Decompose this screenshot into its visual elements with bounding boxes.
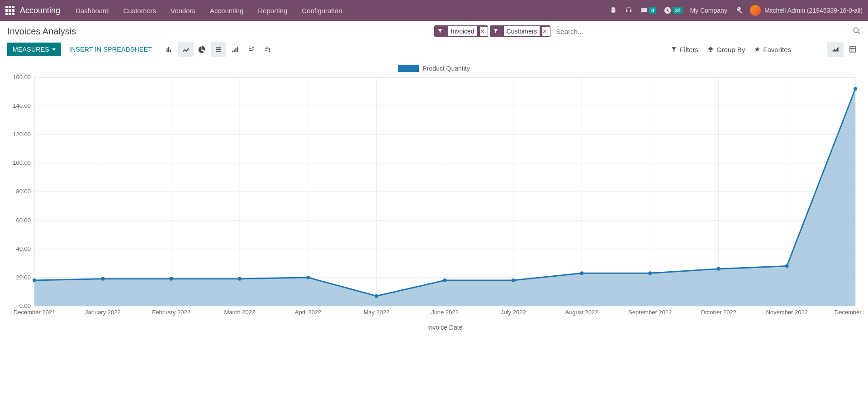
app-brand[interactable]: Accounting bbox=[20, 6, 60, 15]
nav-configuration[interactable]: Configuration bbox=[295, 0, 348, 21]
svg-point-46 bbox=[854, 87, 857, 91]
svg-text:100.00: 100.00 bbox=[13, 159, 31, 166]
chart: 0.0020.0040.0060.0080.00100.00120.00140.… bbox=[4, 75, 864, 333]
breadcrumb: Invoices Analysis bbox=[7, 26, 76, 37]
svg-text:January 2022: January 2022 bbox=[85, 309, 121, 316]
svg-text:80.00: 80.00 bbox=[16, 188, 31, 195]
measures-button[interactable]: MEASURES bbox=[7, 43, 61, 56]
pivot-view-button[interactable] bbox=[844, 42, 861, 57]
svg-line-1 bbox=[858, 32, 860, 34]
avatar bbox=[750, 5, 761, 16]
filter-tag-label: Invoiced bbox=[448, 26, 477, 36]
sort-asc-icon[interactable] bbox=[260, 42, 275, 57]
insert-spreadsheet-button[interactable]: INSERT IN SPREADSHEET bbox=[69, 46, 152, 53]
search-bar[interactable]: Invoiced ✕ Customers ✕ bbox=[434, 25, 861, 37]
svg-text:140.00: 140.00 bbox=[13, 102, 31, 109]
legend-swatch bbox=[398, 65, 419, 72]
pie-chart-icon[interactable] bbox=[194, 42, 210, 57]
bar-chart-icon[interactable] bbox=[162, 42, 177, 57]
support-icon[interactable] bbox=[625, 6, 633, 14]
svg-text:40.00: 40.00 bbox=[16, 245, 31, 252]
svg-point-35 bbox=[101, 277, 104, 281]
svg-text:December 2021: December 2021 bbox=[14, 309, 56, 316]
svg-point-37 bbox=[238, 277, 242, 281]
svg-text:July 2022: July 2022 bbox=[501, 309, 526, 316]
filter-tag-remove[interactable]: ✕ bbox=[480, 27, 488, 36]
user-menu[interactable]: Mitchell Admin (21945339-16-0-all) bbox=[750, 5, 863, 16]
svg-point-38 bbox=[306, 276, 310, 279]
svg-text:160.00: 160.00 bbox=[13, 75, 31, 81]
chart-svg: 0.0020.0040.0060.0080.00100.00120.00140.… bbox=[4, 75, 864, 333]
control-panel: Invoices Analysis Invoiced ✕ Customers ✕… bbox=[0, 21, 868, 61]
svg-point-0 bbox=[854, 28, 859, 33]
stacked-icon[interactable] bbox=[211, 42, 226, 57]
svg-text:June 2022: June 2022 bbox=[431, 309, 459, 316]
svg-text:20.00: 20.00 bbox=[16, 274, 31, 281]
legend-label: Product Quantity bbox=[422, 65, 470, 72]
nav-dashboard[interactable]: Dashboard bbox=[69, 0, 115, 21]
top-navbar: Accounting Dashboard Customers Vendors A… bbox=[0, 0, 868, 21]
svg-text:60.00: 60.00 bbox=[16, 217, 31, 224]
svg-point-42 bbox=[580, 271, 583, 275]
user-name: Mitchell Admin (21945339-16-0-all) bbox=[764, 7, 863, 14]
svg-point-45 bbox=[785, 264, 789, 268]
svg-text:September 2022: September 2022 bbox=[628, 309, 672, 316]
messages-icon[interactable]: 8 bbox=[640, 6, 656, 14]
nav-reporting[interactable]: Reporting bbox=[251, 0, 294, 21]
sort-desc-icon[interactable] bbox=[243, 42, 259, 57]
line-chart-icon[interactable] bbox=[178, 42, 194, 57]
filter-tag-remove[interactable]: ✕ bbox=[542, 27, 550, 36]
svg-point-39 bbox=[375, 294, 378, 298]
filter-tag-customers: Customers ✕ bbox=[490, 25, 551, 37]
svg-text:November 2022: November 2022 bbox=[766, 309, 808, 316]
nav-accounting[interactable]: Accounting bbox=[204, 0, 250, 21]
favorites-dropdown[interactable]: Favorites bbox=[754, 46, 791, 53]
svg-point-41 bbox=[512, 278, 515, 282]
groupby-dropdown[interactable]: Group By bbox=[707, 46, 745, 53]
nav-vendors[interactable]: Vendors bbox=[164, 0, 202, 21]
activities-badge: 37 bbox=[673, 7, 683, 14]
filter-icon bbox=[490, 26, 501, 37]
search-options: Filters Group By Favorites bbox=[671, 42, 861, 57]
chart-legend: Product Quantity bbox=[4, 63, 864, 75]
svg-point-43 bbox=[648, 271, 652, 275]
svg-point-34 bbox=[33, 278, 36, 282]
messages-badge: 8 bbox=[649, 7, 656, 14]
svg-text:October 2022: October 2022 bbox=[701, 309, 736, 316]
cumulative-icon[interactable] bbox=[227, 42, 242, 57]
svg-point-40 bbox=[443, 278, 447, 282]
apps-icon[interactable] bbox=[5, 6, 14, 15]
svg-text:May 2022: May 2022 bbox=[364, 309, 389, 316]
filter-tag-label: Customers bbox=[504, 26, 540, 36]
svg-text:Invoice Date: Invoice Date bbox=[427, 324, 463, 331]
svg-text:0.00: 0.00 bbox=[19, 302, 31, 309]
svg-text:March 2022: March 2022 bbox=[224, 309, 255, 316]
company-switcher[interactable]: My Company bbox=[690, 7, 727, 14]
svg-point-36 bbox=[170, 277, 173, 281]
caret-down-icon bbox=[52, 48, 56, 51]
search-input[interactable] bbox=[552, 26, 851, 37]
filter-icon bbox=[435, 26, 446, 37]
svg-text:February 2022: February 2022 bbox=[152, 309, 190, 316]
chart-type-toolbar bbox=[162, 42, 275, 57]
measures-label: MEASURES bbox=[13, 46, 49, 53]
view-switcher bbox=[827, 42, 861, 57]
tools-icon[interactable] bbox=[735, 6, 743, 14]
navbar-left: Accounting Dashboard Customers Vendors A… bbox=[5, 0, 349, 21]
search-icon[interactable] bbox=[853, 27, 861, 36]
chart-container: Product Quantity 0.0020.0040.0060.0080.0… bbox=[0, 61, 868, 338]
filter-tag-invoiced: Invoiced ✕ bbox=[434, 25, 488, 37]
svg-text:December 2022: December 2022 bbox=[835, 309, 864, 316]
activities-icon[interactable]: 37 bbox=[664, 6, 683, 14]
svg-text:120.00: 120.00 bbox=[13, 131, 31, 138]
filters-dropdown[interactable]: Filters bbox=[671, 46, 698, 53]
svg-point-44 bbox=[716, 267, 720, 271]
svg-text:April 2022: April 2022 bbox=[295, 309, 322, 316]
nav-customers[interactable]: Customers bbox=[117, 0, 162, 21]
graph-view-button[interactable] bbox=[827, 42, 844, 57]
debug-icon[interactable] bbox=[609, 6, 617, 14]
navbar-right: 8 37 My Company Mitchell Admin (21945339… bbox=[609, 5, 863, 16]
svg-text:August 2022: August 2022 bbox=[565, 309, 598, 316]
